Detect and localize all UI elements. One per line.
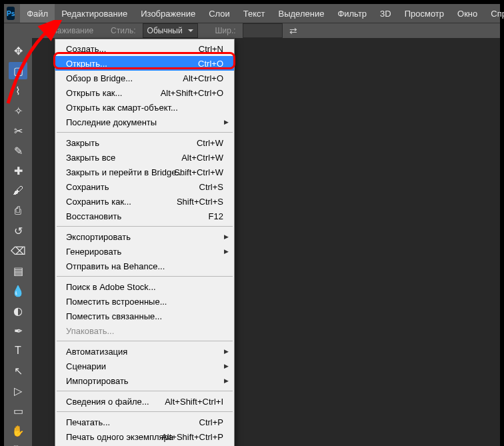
- menu-item-shortcut: Alt+Shift+Ctrl+O: [161, 88, 223, 98]
- menu-item-shortcut: Alt+Ctrl+O: [183, 73, 223, 83]
- blur-tool[interactable]: 💧: [9, 282, 27, 299]
- style-label: Стиль:: [111, 26, 135, 35]
- file-menu-item[interactable]: Закрыть и перейти в Bridge...Shift+Ctrl+…: [55, 165, 234, 179]
- menu-item-3d[interactable]: 3D: [373, 4, 398, 23]
- file-menu-dropdown[interactable]: Создать...Ctrl+NОткрыть...Ctrl+OОбзор в …: [55, 39, 235, 446]
- menu-item-label: Поиск в Adobe Stock...: [66, 282, 156, 292]
- app-logo: Ps: [7, 7, 15, 20]
- menu-item-shortcut: Alt+Shift+Ctrl+P: [161, 432, 223, 442]
- menu-item-label: Экспортировать: [66, 232, 131, 242]
- file-menu-item[interactable]: Сценарии: [55, 359, 234, 373]
- magic-wand-tool[interactable]: ✧: [9, 102, 27, 119]
- file-menu-item[interactable]: Закрыть всеAlt+Ctrl+W: [55, 150, 234, 165]
- type-tool[interactable]: T: [9, 342, 27, 359]
- menu-separator: [57, 391, 233, 391]
- dodge-tool[interactable]: ◐: [9, 302, 27, 319]
- width-input[interactable]: [243, 23, 283, 38]
- menu-item-файл[interactable]: Файл: [20, 4, 55, 23]
- file-menu-item[interactable]: Отправить на Behance...: [55, 259, 234, 273]
- menu-separator: [57, 226, 233, 227]
- menu-item-label: Автоматизация: [66, 347, 127, 357]
- history-brush-tool[interactable]: ↺: [9, 222, 27, 239]
- file-menu-item[interactable]: Создать...Ctrl+N: [55, 41, 234, 56]
- menu-item-label: Обзор в Bridge...: [66, 73, 133, 83]
- menu-item-выделение[interactable]: Выделение: [272, 4, 331, 23]
- eraser-tool[interactable]: ⌫: [9, 242, 27, 259]
- file-menu-item[interactable]: ЗакрытьCtrl+W: [55, 135, 234, 150]
- file-menu-item[interactable]: Экспортировать: [55, 229, 234, 244]
- menu-item-shortcut: Ctrl+O: [198, 59, 223, 69]
- antialias-label: Сглаживание: [44, 26, 93, 35]
- swap-icon[interactable]: ⇄: [289, 25, 297, 36]
- menu-item-текст[interactable]: Текст: [237, 4, 272, 23]
- menu-item-label: Открыть...: [66, 59, 107, 69]
- file-menu-item[interactable]: Обзор в Bridge...Alt+Ctrl+O: [55, 71, 234, 85]
- hand-tool[interactable]: ✋: [9, 422, 27, 439]
- menu-item-окно[interactable]: Окно: [451, 4, 484, 23]
- clone-stamp-tool[interactable]: ⎙: [9, 202, 27, 219]
- menu-item-label: Сведения о файле...: [66, 397, 149, 407]
- menu-item-изображение[interactable]: Изображение: [134, 4, 202, 23]
- file-menu-item[interactable]: Генерировать: [55, 244, 234, 259]
- menu-item-label: Сценарии: [66, 361, 106, 371]
- menu-item-label: Сохранить: [66, 182, 109, 192]
- file-menu-item[interactable]: Сведения о файле...Alt+Shift+Ctrl+I: [55, 394, 234, 409]
- file-menu-item[interactable]: Печать одного экземпляраAlt+Shift+Ctrl+P: [55, 429, 234, 444]
- menu-item-редактирование[interactable]: Редактирование: [55, 4, 134, 23]
- menu-item-shortcut: Shift+Ctrl+S: [177, 197, 223, 207]
- file-menu-item: Упаковать...: [55, 323, 234, 338]
- menu-item-label: Последние документы: [66, 117, 157, 127]
- toolbar: ✥▢⌇✧✂✎✚🖌⎙↺⌫▤💧◐✒T↖▷▭✋🔍: [4, 38, 32, 446]
- path-selection-tool[interactable]: ↖: [9, 362, 27, 379]
- menu-item-shortcut: Ctrl+W: [197, 138, 223, 148]
- menu-separator: [57, 411, 233, 412]
- rectangle-tool[interactable]: ▭: [9, 402, 27, 419]
- file-menu-item[interactable]: Открыть как...Alt+Shift+Ctrl+O: [55, 85, 234, 100]
- menu-item-label: Сохранить как...: [66, 197, 131, 207]
- file-menu-item[interactable]: СохранитьCtrl+S: [55, 179, 234, 194]
- menu-item-label: Печатать...: [66, 417, 110, 427]
- file-menu-item[interactable]: Поместить встроенные...: [55, 294, 234, 309]
- eyedropper-tool[interactable]: ✎: [9, 142, 27, 159]
- menu-item-label: Закрыть: [66, 138, 99, 148]
- menu-item-справка[interactable]: Справка: [484, 4, 504, 23]
- gradient-tool[interactable]: ▤: [9, 262, 27, 279]
- lasso-tool[interactable]: ⌇: [9, 82, 27, 99]
- menu-separator: [57, 276, 233, 277]
- menu-item-фильтр[interactable]: Фильтр: [331, 4, 373, 23]
- menu-item-shortcut: Alt+Shift+Ctrl+I: [165, 397, 223, 407]
- menu-item-shortcut: Alt+Ctrl+W: [181, 153, 223, 163]
- menu-item-label: Закрыть и перейти в Bridge...: [66, 167, 183, 177]
- file-menu-item[interactable]: Открыть...Ctrl+O: [55, 56, 234, 71]
- file-menu-item[interactable]: Сохранить как...Shift+Ctrl+S: [55, 194, 234, 209]
- menu-item-label: Печать одного экземпляра: [66, 432, 173, 442]
- menu-item-label: Создать...: [66, 44, 106, 54]
- crop-tool[interactable]: ✂: [9, 122, 27, 139]
- menu-item-слои[interactable]: Слои: [202, 4, 237, 23]
- menu-item-shortcut: Ctrl+S: [199, 182, 223, 192]
- marquee-tool[interactable]: ▢: [9, 62, 27, 79]
- menu-separator: [57, 341, 233, 341]
- menu-separator: [57, 132, 233, 133]
- menu-item-label: Поместить связанные...: [66, 311, 162, 321]
- menu-item-label: Генерировать: [66, 247, 121, 257]
- healing-brush-tool[interactable]: ✚: [9, 162, 27, 179]
- file-menu-item[interactable]: Открыть как смарт-объект...: [55, 100, 234, 115]
- zoom-tool[interactable]: 🔍: [9, 442, 27, 446]
- file-menu-item[interactable]: Импортировать: [55, 373, 234, 388]
- file-menu-item[interactable]: Поместить связанные...: [55, 309, 234, 323]
- menu-item-просмотр[interactable]: Просмотр: [398, 4, 451, 23]
- file-menu-item[interactable]: Печатать...Ctrl+P: [55, 415, 234, 429]
- brush-tool[interactable]: 🖌: [9, 182, 27, 199]
- menu-item-label: Импортировать: [66, 376, 129, 386]
- direct-selection-tool[interactable]: ▷: [9, 382, 27, 399]
- pen-tool[interactable]: ✒: [9, 322, 27, 339]
- move-tool[interactable]: ✥: [9, 42, 27, 59]
- file-menu-item[interactable]: Последние документы: [55, 115, 234, 129]
- style-dropdown[interactable]: Обычный: [143, 23, 198, 38]
- file-menu-item[interactable]: Автоматизация: [55, 344, 234, 359]
- menu-item-label: Открыть как смарт-объект...: [66, 103, 178, 113]
- file-menu-item[interactable]: ВосстановитьF12: [55, 209, 234, 223]
- menu-item-shortcut: Ctrl+N: [199, 44, 223, 54]
- file-menu-item[interactable]: Поиск в Adobe Stock...: [55, 279, 234, 294]
